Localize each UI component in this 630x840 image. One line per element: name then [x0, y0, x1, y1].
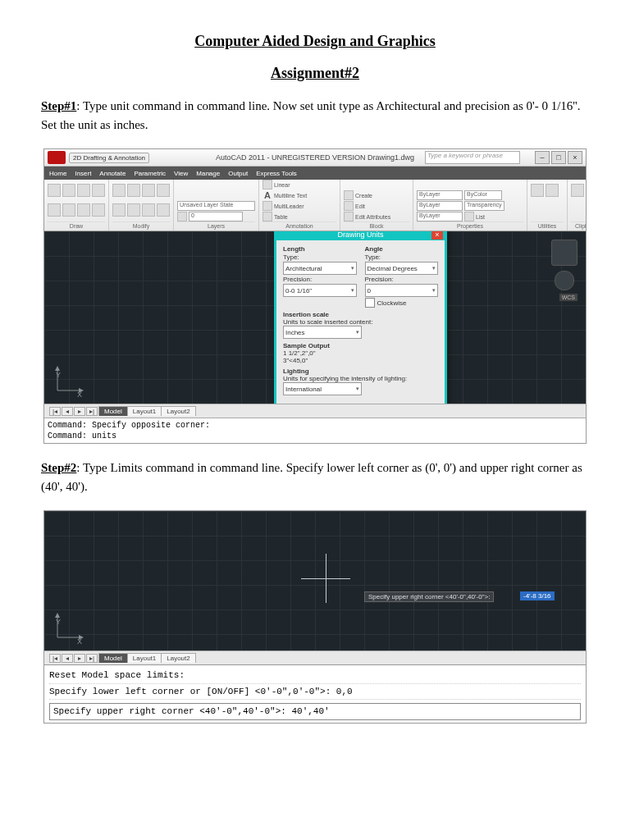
panel-properties: Properties: [417, 221, 523, 229]
length-type-select[interactable]: Architectural: [283, 262, 357, 275]
prop-lweight[interactable]: ByLayer: [417, 201, 463, 211]
panel-block: Block: [344, 221, 409, 229]
layout-tabs-2: |◂ ◂ ▸ ▸| Model Layout1 Layout2: [44, 651, 586, 664]
insertion-units-select[interactable]: Inches: [283, 326, 362, 339]
viewcube[interactable]: [551, 240, 578, 266]
search-input[interactable]: Type a keyword or phrase: [425, 151, 520, 164]
angle-prec-select[interactable]: 0: [365, 284, 439, 297]
step2-body: : Type Limits command in command line. S…: [41, 461, 582, 493]
drawing-canvas-2[interactable]: YX Specify upper right corner <40'-0",40…: [44, 511, 586, 651]
lighting-heading: Lighting: [283, 368, 309, 375]
sample-1: 1 1/2",2",0": [283, 349, 316, 357]
btn-mleader[interactable]: MultiLeader: [274, 203, 304, 209]
dynamic-prompt: Specify upper right corner <40'-0",40'-0…: [364, 591, 494, 602]
cmd1-line1: Command: Specify opposite corner:: [48, 420, 582, 431]
panel-annotation: Annotation: [262, 221, 336, 229]
tab-output[interactable]: Output: [228, 170, 248, 177]
close-button[interactable]: ×: [568, 151, 582, 164]
ucs-icon-2: YX: [52, 609, 85, 644]
doc-title: Computer Aided Design and Graphics: [41, 33, 589, 50]
dialog-close-button[interactable]: ×: [431, 231, 443, 240]
tab-layout1-2[interactable]: Layout1: [127, 653, 162, 663]
insertion-text: Units to scale inserted content:: [283, 318, 372, 326]
length-heading: Length: [283, 245, 357, 253]
tab-annotate[interactable]: Annotate: [99, 170, 126, 177]
btn-editattr[interactable]: Edit Attributes: [355, 214, 390, 220]
tab-insert[interactable]: Insert: [75, 170, 91, 177]
panel-utilities: Utilities: [531, 221, 564, 229]
tab-nav-last-2[interactable]: ▸|: [86, 654, 98, 663]
step2: Step#2: Type Limits command in command l…: [41, 459, 589, 495]
tab-layout2-2[interactable]: Layout2: [161, 653, 195, 663]
layer-select[interactable]: 0: [189, 212, 243, 221]
tab-home[interactable]: Home: [49, 170, 66, 177]
length-type-label: Type:: [283, 253, 357, 261]
prop-plot[interactable]: ByLayer: [417, 212, 463, 221]
minimize-button[interactable]: –: [535, 151, 550, 164]
panel-layers: Layers: [177, 221, 255, 229]
screenshot-2: YX Specify upper right corner <40'-0",40…: [43, 510, 587, 724]
tab-model-2[interactable]: Model: [98, 653, 128, 663]
angle-type-select[interactable]: Decimal Degrees: [365, 262, 439, 275]
dynamic-coord: -4'-8 3/16: [520, 591, 555, 600]
length-prec-select[interactable]: 0-0 1/16": [283, 284, 357, 297]
tab-nav-prev-2[interactable]: ◂: [62, 654, 73, 663]
step2-label: Step#2: [41, 461, 76, 474]
dialog-title: Drawing Units×: [276, 231, 445, 240]
tab-nav-first-2[interactable]: |◂: [49, 654, 61, 663]
tab-layout1[interactable]: Layout1: [127, 406, 162, 416]
ucs-icon: YX: [52, 363, 85, 397]
sample-2: 3"<45,0": [283, 357, 308, 364]
step1-body: : Type unit command in command line. Now…: [41, 99, 581, 131]
btn-mtext[interactable]: Multiline Text: [274, 193, 307, 199]
tab-view[interactable]: View: [174, 170, 188, 177]
tab-nav-prev[interactable]: ◂: [62, 407, 73, 416]
panel-clipboard: Clipboard: [571, 221, 586, 229]
cmd1-line2: Command: units: [48, 431, 582, 441]
insertion-heading: Insertion scale: [283, 311, 329, 318]
tab-layout2[interactable]: Layout2: [161, 406, 195, 416]
tab-nav-next-2[interactable]: ▸: [74, 654, 85, 663]
angle-heading: Angle: [365, 245, 439, 253]
layout-tabs: |◂ ◂ ▸ ▸| Model Layout1 Layout2: [44, 404, 586, 418]
drawing-canvas[interactable]: WCS YX Drawing Units× Length Type: Archi…: [44, 231, 586, 404]
btn-create[interactable]: Create: [355, 193, 372, 199]
lighting-text: Units for specifying the intensity of li…: [283, 375, 407, 382]
titlebar: 2D Drafting & Annotation AutoCAD 2011 - …: [44, 149, 586, 167]
cmd2-line2: Specify lower left corner or [ON/OFF] <0…: [49, 684, 581, 701]
tab-manage[interactable]: Manage: [196, 170, 220, 177]
ribbon-tabs: Home Insert Annotate Parametric View Man…: [44, 167, 586, 180]
prop-transp[interactable]: Transparency: [464, 201, 504, 211]
tab-nav-next[interactable]: ▸: [74, 407, 85, 416]
ribbon: Draw Modify Unsaved Layer State0 Layers …: [44, 180, 586, 231]
cmd2-line1: Reset Model space limits:: [49, 668, 581, 684]
nav-wheel[interactable]: [555, 271, 574, 290]
tab-model[interactable]: Model: [98, 406, 128, 416]
tab-parametric[interactable]: Parametric: [134, 170, 166, 177]
drawing-units-dialog: Drawing Units× Length Type: Architectura…: [274, 231, 447, 404]
wcs-label: WCS: [559, 294, 578, 301]
length-prec-label: Precision:: [283, 276, 357, 283]
command-window-2[interactable]: Reset Model space limits: Specify lower …: [44, 664, 586, 723]
btn-linear[interactable]: Linear: [274, 182, 290, 188]
tab-express[interactable]: Express Tools: [256, 170, 297, 177]
cmd2-line3: Specify upper right corner <40'-0",40'-0…: [49, 703, 581, 720]
screenshot-1: 2D Drafting & Annotation AutoCAD 2011 - …: [43, 148, 587, 444]
clockwise-checkbox[interactable]: Clockwise: [365, 298, 439, 308]
angle-type-label: Type:: [365, 253, 439, 261]
prop-color[interactable]: ByColor: [464, 190, 502, 200]
doc-subtitle: Assignment#2: [41, 65, 589, 82]
maximize-button[interactable]: □: [551, 151, 566, 164]
btn-edit[interactable]: Edit: [355, 203, 365, 209]
btn-table[interactable]: Table: [274, 214, 288, 220]
panel-draw: Draw: [48, 221, 105, 229]
lighting-select[interactable]: International: [283, 382, 362, 395]
panel-modify: Modify: [112, 221, 170, 229]
btn-list[interactable]: List: [476, 214, 485, 220]
layer-state-select[interactable]: Unsaved Layer State: [177, 201, 255, 211]
prop-linetype[interactable]: ByLayer: [417, 190, 463, 200]
tab-nav-last[interactable]: ▸|: [86, 407, 98, 416]
sample-heading: Sample Output: [283, 342, 330, 349]
tab-nav-first[interactable]: |◂: [49, 407, 61, 416]
command-window-1[interactable]: Command: Specify opposite corner: Comman…: [44, 418, 586, 443]
